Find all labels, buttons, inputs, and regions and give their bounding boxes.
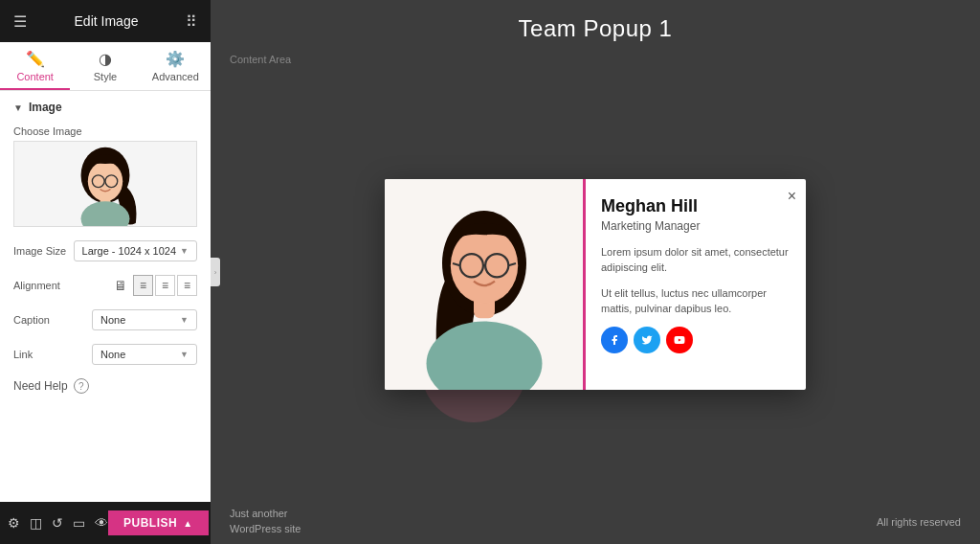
monitor-icon: 🖥: [114, 278, 127, 293]
panel-footer: ⚙ ◫ ↺ ▭ 👁 PUBLISH ▲: [0, 502, 211, 544]
main-title: Team Popup 1: [230, 15, 961, 42]
popup-close-button[interactable]: ×: [788, 189, 796, 204]
publish-label: PUBLISH: [123, 516, 177, 530]
choose-image-field: Choose Image: [13, 125, 197, 227]
need-help-label: Need Help: [13, 379, 68, 393]
caption-value: None: [100, 314, 125, 326]
preview-icon[interactable]: 👁: [95, 515, 108, 531]
main-area: Team Popup 1 Content Area: [211, 0, 980, 544]
advanced-tab-icon: ⚙️: [166, 50, 185, 68]
align-right-btn[interactable]: ≡: [177, 275, 197, 296]
panel-title: Edit Image: [75, 13, 139, 29]
align-left-btn[interactable]: ≡: [133, 275, 153, 296]
publish-button[interactable]: PUBLISH ▲: [108, 510, 209, 535]
panel-body: ▼ Image Choose Image: [0, 91, 211, 502]
footer-left-text: Just another WordPress site: [230, 507, 301, 536]
link-value: None: [100, 349, 125, 360]
popup-card: × Meghan Hill Marketing Manager Lorem ip…: [385, 179, 806, 390]
link-select[interactable]: None ▼: [92, 344, 197, 365]
alignment-label: Alignment: [13, 280, 60, 291]
tab-content-label: Content: [16, 71, 54, 82]
tab-content[interactable]: ✏️ Content: [0, 42, 70, 90]
canvas-area: × Meghan Hill Marketing Manager Lorem ip…: [211, 69, 980, 499]
alignment-field: Alignment 🖥 ≡ ≡ ≡: [13, 275, 197, 296]
section-arrow-icon: ▼: [13, 102, 23, 113]
responsive-icon[interactable]: ▭: [73, 515, 85, 531]
grid-icon[interactable]: ⠿: [186, 12, 197, 31]
align-center-btn[interactable]: ≡: [155, 275, 175, 296]
facebook-icon: [609, 334, 620, 346]
link-label: Link: [13, 349, 33, 360]
history-icon[interactable]: ↺: [52, 515, 63, 531]
hamburger-icon[interactable]: ☰: [13, 12, 27, 31]
twitter-icon: [641, 334, 653, 346]
facebook-button[interactable]: [601, 327, 628, 353]
footer-icons: ⚙ ◫ ↺ ▭ 👁: [8, 515, 108, 531]
popup-image-section: [385, 179, 586, 390]
left-panel: ☰ Edit Image ⠿ ✏️ Content ◑ Style ⚙️ Adv…: [0, 0, 211, 544]
caption-label: Caption: [13, 314, 50, 326]
popup-content-section: × Meghan Hill Marketing Manager Lorem ip…: [586, 179, 806, 390]
popup-desc-1: Lorem ipsum dolor sit amet, consectetur …: [601, 244, 791, 276]
footer-line2: WordPress site: [230, 522, 301, 536]
help-icon: ?: [74, 378, 89, 394]
popup-person-title: Marketing Manager: [601, 219, 791, 233]
content-tab-icon: ✏️: [26, 50, 45, 68]
image-section-header: ▼ Image: [13, 101, 197, 114]
image-size-value: Large - 1024 x 1024: [82, 245, 176, 257]
youtube-button[interactable]: [666, 327, 693, 353]
need-help-row[interactable]: Need Help ?: [13, 378, 197, 394]
collapse-handle[interactable]: ›: [211, 258, 220, 286]
layers-icon[interactable]: ◫: [30, 515, 42, 531]
main-header: Team Popup 1: [211, 0, 980, 50]
content-area-label: Content Area: [211, 50, 980, 69]
settings-icon[interactable]: ⚙: [8, 515, 20, 531]
caption-chevron: ▼: [180, 315, 189, 325]
choose-image-label: Choose Image: [13, 125, 197, 137]
youtube-icon: [674, 334, 685, 346]
twitter-button[interactable]: [634, 327, 660, 353]
image-size-label: Image Size: [13, 245, 66, 257]
page-footer: Just another WordPress site All rights r…: [211, 499, 980, 544]
popup-woman-svg: [389, 179, 580, 390]
tab-style[interactable]: ◑ Style: [70, 42, 140, 90]
align-group: ≡ ≡ ≡: [133, 275, 197, 296]
link-chevron: ▼: [180, 350, 189, 359]
footer-line1: Just another: [230, 507, 301, 521]
image-size-chevron: ▼: [180, 246, 189, 256]
caption-field: Caption None ▼: [13, 309, 197, 330]
tab-style-label: Style: [94, 71, 117, 82]
image-size-select[interactable]: Large - 1024 x 1024 ▼: [74, 240, 197, 261]
caption-select[interactable]: None ▼: [92, 309, 197, 330]
popup-social-links: [601, 327, 791, 353]
popup-person-name: Meghan Hill: [601, 196, 791, 216]
tab-advanced[interactable]: ⚙️ Advanced: [141, 42, 211, 90]
footer-right-text: All rights reserved: [877, 516, 961, 528]
panel-tabs: ✏️ Content ◑ Style ⚙️ Advanced: [0, 42, 211, 91]
tab-advanced-label: Advanced: [152, 71, 199, 82]
image-size-field: Image Size Large - 1024 x 1024 ▼: [13, 240, 197, 261]
publish-chevron-icon: ▲: [183, 518, 192, 529]
image-preview[interactable]: [13, 141, 197, 227]
style-tab-icon: ◑: [99, 50, 112, 68]
popup-desc-2: Ut elit tellus, luctus nec ullamcorper m…: [601, 285, 791, 317]
section-label: Image: [29, 101, 62, 114]
woman-svg: [57, 141, 153, 227]
link-field: Link None ▼: [13, 344, 197, 365]
panel-header: ☰ Edit Image ⠿: [0, 0, 211, 42]
